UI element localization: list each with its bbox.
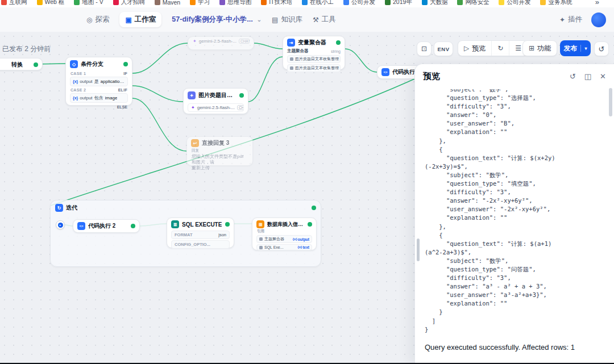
code-icon: <> xyxy=(77,222,85,230)
aggregator-group: 主题聚合器 string xyxy=(287,48,341,54)
knowledge-icon: ▤ xyxy=(272,16,278,24)
success-status-icon xyxy=(312,206,316,210)
node-sql-execute[interactable]: ≣ SQL EXECUTE FORMAT json CONFIG_OPTIO..… xyxy=(167,217,234,248)
json-line: "question_type": "问答题", xyxy=(425,265,605,274)
header-right: ✦ 插件 xyxy=(559,7,606,32)
success-status-icon xyxy=(131,224,135,228)
json-line: "question_type": "选择题", xyxy=(425,94,605,102)
bookmark-item[interactable]: 公司开发 xyxy=(499,0,530,6)
bookmark-label: 地图 - V xyxy=(82,0,103,6)
bookmarks-bar: 互联网 Web 框 地图 - V 人才招聘 Maven 学习 思维导图 xyxy=(0,0,614,7)
model-name: gemini-2.5-flash-... xyxy=(197,105,235,110)
json-line: "user_answer": "a³-a²+a+3}", xyxy=(425,291,605,299)
bookmark-item[interactable]: 地图 - V xyxy=(74,0,103,6)
nav-studio[interactable]: ▣ 工作室 xyxy=(119,12,161,27)
nav-plugins[interactable]: ✦ 插件 xyxy=(559,15,582,24)
history-icon: ↺ xyxy=(599,45,605,53)
features-label: 功能 xyxy=(537,44,551,53)
export-button[interactable]: ⊡ xyxy=(417,41,432,56)
bookmark-item[interactable]: 在线小工 xyxy=(302,0,334,6)
case-row: CASE 1IF xyxy=(66,71,132,76)
success-status-icon xyxy=(336,40,341,45)
bookmark-item[interactable]: 网络安全 xyxy=(457,0,489,6)
refresh-icon: ↻ xyxy=(497,44,503,52)
bookmark-item[interactable]: IT技术培 xyxy=(261,0,292,6)
nav-knowledge-label: 知识库 xyxy=(281,15,302,24)
publish-button[interactable]: 发布 ▾ xyxy=(560,40,591,56)
node-title: 代码执行 2 xyxy=(88,222,115,230)
node-llm-image[interactable]: ✦ 图片类题目文本收集整理 ✦ gemini-2.5-flash-... CHA… xyxy=(183,88,248,114)
chevron-down-icon: ⌄ xyxy=(257,16,262,23)
nav-knowledge[interactable]: ▤ 知识库 xyxy=(272,15,302,24)
nav-explore[interactable]: ◎ 探索 xyxy=(86,15,109,24)
bookmark-item[interactable]: 思维导图 xyxy=(219,0,251,6)
node-aggregator[interactable]: ⇥ 变量聚合器 主题聚合器 string 图片类题目文本收集整理 p... te… xyxy=(283,36,345,70)
close-icon[interactable]: ✕ xyxy=(600,72,606,81)
node-ref-icon xyxy=(259,246,263,249)
nav-explore-label: 探索 xyxy=(95,15,109,24)
node-code-2[interactable]: <> 代码执行 2 xyxy=(73,219,140,233)
features-button[interactable]: ⊞ 功能 xyxy=(523,41,557,56)
node-answer-3[interactable]: ↩ 直接回复 3 回复 您输入的文件类型不是pdf和图片，请 重新上传 xyxy=(186,136,253,166)
version-history-button[interactable]: ↺ xyxy=(594,41,609,56)
bookmarks-list: 互联网 Web 框 地图 - V 人才招聘 Maven 学习 思维导图 xyxy=(0,0,572,6)
preview-label: 预览 xyxy=(472,44,486,53)
bookmark-item[interactable]: Web 框 xyxy=(37,0,65,6)
studio-icon: ▣ xyxy=(125,16,131,24)
node-gemini-skipped[interactable]: ✦ gemini-2.5-flash-... CHAT xyxy=(188,36,254,50)
json-line: }, xyxy=(425,137,605,145)
json-line: "difficulty": "3", xyxy=(425,274,605,282)
nav-tools[interactable]: ⚒ 工具 xyxy=(313,15,336,24)
panel-scrollbar-thumb[interactable] xyxy=(609,88,612,116)
json-line: "question_type": "填空题", xyxy=(425,179,605,188)
node-convert[interactable]: 转换 xyxy=(0,58,43,70)
bookmark-item[interactable]: 业务系统 xyxy=(540,0,572,6)
bookmark-item[interactable]: Maven xyxy=(155,0,181,6)
canvas-scrollbar-thumb[interactable] xyxy=(417,239,420,261)
current-app-selector[interactable]: 57-dify案例分享-中小学... ⌄ xyxy=(172,15,262,24)
user-avatar[interactable] xyxy=(591,12,606,27)
favicon-icon xyxy=(190,0,196,5)
edge xyxy=(248,57,283,102)
json-line: "user_answer": "B", xyxy=(425,119,605,128)
preview-output: "subject": "数学", "question_type": "选择题",… xyxy=(425,89,605,362)
success-status-icon xyxy=(123,62,128,66)
run-history-button[interactable]: ↻ xyxy=(491,41,509,56)
split-view-icon[interactable]: ◫ xyxy=(584,72,591,81)
node-db-display[interactable]: ⊞ 数据库插入信息显示 引用 主题聚合器 output SQL Exe... t… xyxy=(252,217,317,250)
json-line: "explanation": "" xyxy=(425,214,605,222)
play-icon: ▸ xyxy=(58,223,63,228)
json-line: "user_answer": "-2x²-xy+6y²", xyxy=(425,205,605,214)
bookmark-label: Maven xyxy=(163,0,181,6)
bookmark-item[interactable]: 互联网 xyxy=(1,0,27,6)
panel-title: 预览 xyxy=(423,71,440,82)
bookmark-label: 互联网 xyxy=(9,0,27,6)
preview-run-button[interactable]: ▷ 预览 xyxy=(458,41,491,56)
node-title: 条件分支 xyxy=(81,60,103,68)
model-icon: ✦ xyxy=(193,39,197,44)
edge xyxy=(254,43,283,49)
query-status-text: Query executed successfully. Affected ro… xyxy=(425,342,602,353)
play-icon: ▷ xyxy=(464,44,469,52)
bookmarks-overflow-chevron[interactable]: » xyxy=(595,0,614,6)
node-ref-icon xyxy=(290,57,293,61)
features-group: ⊞ 功能 xyxy=(522,40,557,56)
bookmark-item[interactable]: 公司开发 xyxy=(343,0,375,6)
iteration-start-node[interactable]: ▸ xyxy=(56,220,65,229)
bookmark-item[interactable]: 学习 xyxy=(190,0,210,6)
preview-panel-header: 预览 ↺ ◫ ✕ xyxy=(415,64,614,88)
json-line: (a^2-2a+3)$", xyxy=(425,248,605,257)
bookmark-item[interactable]: 大数据 xyxy=(422,0,448,6)
node-ref-icon xyxy=(259,237,263,241)
bookmark-item[interactable]: 人才招聘 xyxy=(113,0,145,6)
node-ifelse[interactable]: ◇ 条件分支 CASE 1IF output 是 application/pdf… xyxy=(65,57,132,106)
bookmark-item[interactable]: 2019年 xyxy=(385,0,412,6)
env-button[interactable]: ENV xyxy=(434,41,453,56)
json-line: { xyxy=(425,231,605,240)
answer-text: 您输入的文件类型不是pdf和图片，请 重新上传 xyxy=(187,153,252,174)
answer-label: 回复 xyxy=(187,148,252,153)
aggregator-row: 图片类题目文本收集整理 text xyxy=(287,64,341,72)
restart-icon[interactable]: ↺ xyxy=(570,72,576,81)
template-icon: ⊞ xyxy=(256,220,264,228)
screen: 互联网 Web 框 地图 - V 人才招聘 Maven 学习 思维导图 xyxy=(0,0,614,364)
